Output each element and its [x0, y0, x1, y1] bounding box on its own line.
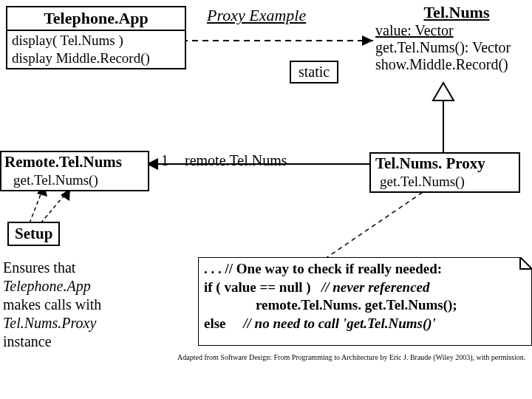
class-method: display( Tel.Nums )	[7, 31, 185, 50]
class-name: Telephone.App	[7, 7, 185, 31]
class-name: Tel.Nums. Proxy	[371, 154, 519, 174]
role-name-label: remote.Tel.Nums	[185, 152, 287, 169]
svg-marker-2	[433, 83, 454, 100]
note-line: remote.Tel.Nums. get.Tel.Nums();	[204, 296, 526, 315]
uml-note: . . . // One way to check if really need…	[198, 257, 532, 346]
note-line: . . . // One way to check if really need…	[204, 260, 526, 279]
class-name: Tel.Nums	[375, 3, 532, 22]
multiplicity-label: 1	[161, 152, 168, 169]
svg-marker-1	[362, 35, 373, 46]
class-attr: value: Vector	[375, 22, 532, 39]
text-line: Telephone.App	[3, 277, 101, 296]
class-method: display Middle.Record()	[7, 50, 185, 68]
class-name: Remote.Tel.Nums	[1, 152, 148, 172]
static-label: static	[290, 61, 338, 83]
text-line: instance	[3, 332, 101, 351]
credit-line: Adapted from Software Design: From Progr…	[177, 353, 532, 361]
text-line: makes calls with	[3, 296, 101, 314]
diagram-title: Proxy Example	[207, 6, 306, 25]
note-line: else // no need to call 'get.Tel.Nums()'	[204, 315, 526, 333]
class-method: get.Tel.Nums()	[371, 174, 519, 191]
setup-note: Ensures that Telephone.App makes calls w…	[3, 259, 101, 351]
class-setup: Setup	[7, 222, 60, 246]
class-tel-nums: Tel.Nums value: Vector get.Tel.Nums(): V…	[375, 3, 532, 73]
class-method: show.Middle.Record()	[375, 56, 532, 73]
class-telephone-app: Telephone.App display( Tel.Nums ) displa…	[6, 6, 186, 69]
class-remote-tel-nums: Remote.Tel.Nums get.Tel.Nums()	[0, 151, 149, 191]
svg-line-9	[41, 188, 70, 223]
text-line: Tel.Nums.Proxy	[3, 314, 101, 332]
class-method: get.Tel.Nums(): Vector	[375, 39, 532, 56]
class-tel-nums-proxy: Tel.Nums. Proxy get.Tel.Nums()	[369, 152, 520, 193]
svg-line-6	[325, 183, 436, 259]
note-line: if ( value == null ) // never referenced	[204, 279, 526, 297]
text-line: Ensures that	[3, 259, 101, 277]
class-method: get.Tel.Nums()	[1, 172, 148, 190]
